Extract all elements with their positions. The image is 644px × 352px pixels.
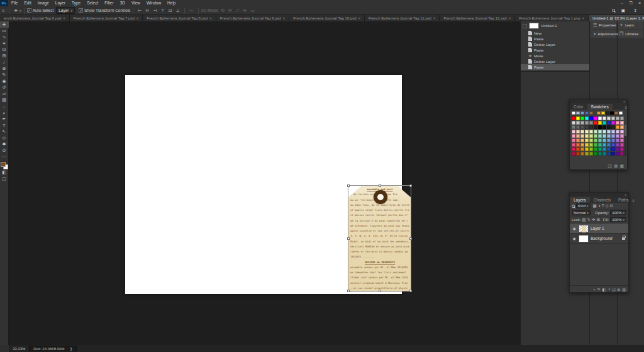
- swatch[interactable]: [572, 147, 575, 151]
- document-tab-9[interactable]: Untitled-1 @ 33.3% (Layer 1, RGB/8#) *×: [589, 15, 644, 21]
- align-horizontal-centers-icon[interactable]: ⊨: [143, 8, 151, 13]
- recent-swatch[interactable]: [589, 111, 593, 115]
- history-item[interactable]: ✛Move: [521, 53, 589, 59]
- swatch[interactable]: [598, 147, 602, 151]
- swatch[interactable]: [585, 152, 589, 156]
- swatch[interactable]: [576, 121, 580, 125]
- panel-button-libraries[interactable]: ❒Libraries: [618, 30, 643, 38]
- document-canvas[interactable]: ensemble sud mari, de terrain en pente f…: [125, 75, 402, 294]
- eraser-tool[interactable]: ▱: [0, 91, 9, 97]
- show-transform-checkbox[interactable]: ✓: [79, 8, 83, 13]
- visibility-eye-icon[interactable]: ◉: [572, 226, 577, 230]
- swatch[interactable]: [585, 125, 589, 129]
- swatch[interactable]: [620, 143, 624, 147]
- layer-row-background[interactable]: ◉Background: [570, 234, 628, 244]
- menu-3d[interactable]: 3D: [117, 0, 128, 6]
- swatch[interactable]: [620, 121, 624, 125]
- swatch[interactable]: [585, 143, 589, 147]
- swatch[interactable]: [594, 116, 597, 120]
- filter-smartobject-icon[interactable]: ⊡: [610, 203, 613, 208]
- swatch[interactable]: [585, 134, 589, 138]
- blur-tool[interactable]: ◌: [0, 103, 9, 110]
- dodge-tool[interactable]: ◐: [0, 110, 9, 116]
- filter-pixel-icon[interactable]: ▦: [593, 203, 597, 208]
- delete-layer-icon[interactable]: ▥: [622, 287, 626, 292]
- swatch[interactable]: [576, 139, 580, 142]
- document-tab-6[interactable]: French Ephemera Journal Tag 11.psd×: [365, 15, 440, 21]
- swatch[interactable]: [572, 116, 575, 120]
- transform-handle[interactable]: [347, 290, 350, 292]
- filter-kind-dropdown[interactable]: Kind ▾: [576, 203, 591, 208]
- delete-swatch-icon[interactable]: ▥: [620, 164, 624, 169]
- tool-preset-caret[interactable]: ▾: [19, 9, 21, 13]
- panel-button-learn[interactable]: ✧Learn: [618, 21, 643, 29]
- filter-shape-icon[interactable]: ◇: [606, 203, 609, 208]
- swatch-folder-icon[interactable]: ❏: [608, 164, 612, 169]
- layer-row-layer-1[interactable]: ◉Layer 1: [570, 224, 628, 234]
- swatch[interactable]: [589, 152, 593, 156]
- swatch[interactable]: [580, 143, 584, 147]
- group-layers-icon[interactable]: ❏: [612, 287, 615, 292]
- swatch[interactable]: [580, 130, 584, 133]
- swatch[interactable]: [607, 130, 611, 133]
- swatch[interactable]: [576, 134, 580, 138]
- swatch[interactable]: [598, 152, 602, 156]
- swatch[interactable]: [620, 116, 624, 120]
- swatch[interactable]: [598, 130, 602, 133]
- align-left-edges-icon[interactable]: ⊢: [136, 8, 143, 13]
- document-tab-7[interactable]: French Ephemera Journal Tag 12.psd×: [440, 15, 515, 21]
- swatch[interactable]: [576, 152, 580, 156]
- zoom-level-field[interactable]: 33.33%: [9, 347, 29, 351]
- auto-select-checkbox[interactable]: ✓: [27, 8, 31, 13]
- swatch[interactable]: [607, 121, 611, 125]
- history-item[interactable]: Delete Layer: [521, 59, 589, 64]
- shape-tool[interactable]: ◇: [0, 135, 9, 141]
- swatch[interactable]: [602, 139, 606, 142]
- hand-tool[interactable]: ✱: [0, 141, 9, 147]
- clone-stamp-tool[interactable]: ◉: [0, 78, 9, 84]
- auto-select-target-dropdown[interactable]: Layer ▾: [56, 7, 75, 14]
- swatch[interactable]: [602, 116, 606, 120]
- swatch[interactable]: [611, 143, 615, 147]
- brush-tool[interactable]: ✎: [0, 72, 9, 78]
- swatch[interactable]: [611, 116, 615, 120]
- swatch[interactable]: [616, 130, 619, 133]
- new-layer-icon[interactable]: ⊞: [617, 287, 620, 292]
- menu-layer[interactable]: Layer: [52, 0, 69, 6]
- link-layers-icon[interactable]: ⌁: [593, 287, 596, 292]
- swatch[interactable]: [576, 143, 580, 147]
- swatch[interactable]: [598, 139, 602, 142]
- menu-edit[interactable]: Edit: [21, 0, 34, 6]
- swatch[interactable]: [602, 147, 606, 151]
- swatch[interactable]: [620, 147, 624, 151]
- swatch[interactable]: [585, 121, 589, 125]
- restore-button[interactable]: ❐: [626, 0, 635, 6]
- swatch[interactable]: [576, 116, 580, 120]
- recent-swatch[interactable]: [601, 111, 605, 115]
- path-selection-tool[interactable]: ↖: [0, 128, 9, 135]
- swatch[interactable]: [576, 130, 580, 133]
- swatch[interactable]: [576, 147, 580, 151]
- swatch[interactable]: [580, 139, 584, 142]
- panel-button-adjustments[interactable]: ◑Adjustments: [591, 30, 616, 38]
- document-tab-2[interactable]: French Ephemera Journal Tag 7.psd×: [70, 15, 143, 21]
- minimize-button[interactable]: –: [618, 0, 626, 6]
- panel-button-properties[interactable]: ☰Properties: [591, 21, 616, 29]
- menu-help[interactable]: Help: [164, 0, 179, 6]
- frame-tool[interactable]: ⊞: [0, 53, 9, 59]
- history-item[interactable]: New: [521, 30, 589, 36]
- close-tab-icon[interactable]: ×: [63, 16, 65, 20]
- recent-swatch[interactable]: [585, 111, 589, 115]
- panel-menu-icon[interactable]: ≡: [633, 199, 635, 203]
- opacity-dropdown[interactable]: 100% ▾: [610, 210, 626, 215]
- swatch[interactable]: [589, 125, 593, 129]
- swatch[interactable]: [620, 134, 624, 138]
- swatch[interactable]: [589, 130, 593, 133]
- swatches-scrollbar[interactable]: [625, 125, 626, 156]
- object-selection-tool[interactable]: ∗: [0, 40, 9, 47]
- foreground-color-swatch[interactable]: [1, 162, 6, 167]
- history-item[interactable]: Paste: [521, 36, 589, 42]
- swatch[interactable]: [616, 121, 619, 125]
- close-tab-icon[interactable]: ×: [209, 16, 212, 20]
- swatch[interactable]: [616, 116, 619, 120]
